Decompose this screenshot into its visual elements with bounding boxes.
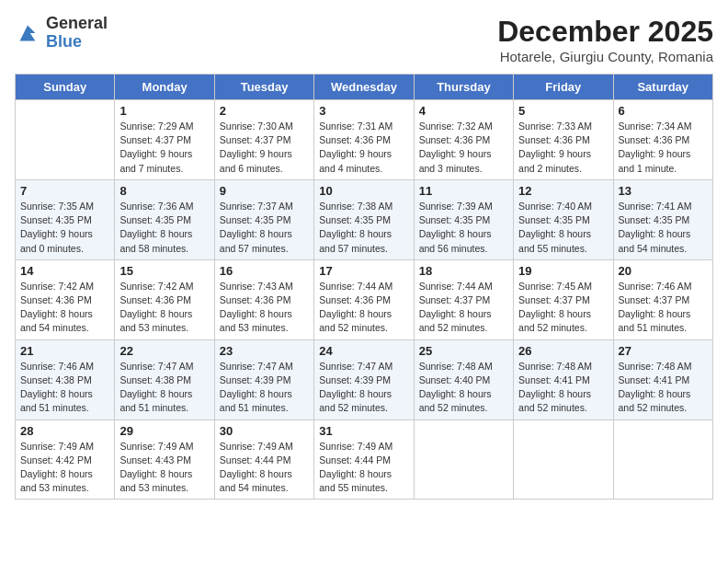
day-info: Sunrise: 7:40 AM Sunset: 4:35 PM Dayligh… [518, 200, 608, 256]
day-info: Sunrise: 7:42 AM Sunset: 4:36 PM Dayligh… [20, 280, 109, 336]
day-number: 4 [419, 104, 508, 118]
weekday-header: Tuesday [214, 75, 313, 100]
day-number: 22 [119, 344, 209, 358]
calendar-cell [613, 419, 712, 500]
calendar-cell: 31Sunrise: 7:49 AM Sunset: 4:44 PM Dayli… [314, 419, 414, 500]
day-number: 11 [419, 184, 508, 198]
day-info: Sunrise: 7:49 AM Sunset: 4:42 PM Dayligh… [20, 440, 109, 496]
day-info: Sunrise: 7:29 AM Sunset: 4:37 PM Dayligh… [119, 120, 209, 176]
calendar-row: 14Sunrise: 7:42 AM Sunset: 4:36 PM Dayli… [16, 259, 713, 339]
calendar-row: 28Sunrise: 7:49 AM Sunset: 4:42 PM Dayli… [16, 419, 713, 500]
weekday-header: Sunday [16, 75, 115, 100]
calendar-cell: 7Sunrise: 7:35 AM Sunset: 4:35 PM Daylig… [16, 179, 115, 259]
calendar-cell: 27Sunrise: 7:48 AM Sunset: 4:41 PM Dayli… [613, 339, 712, 419]
day-number: 21 [20, 344, 109, 358]
day-number: 15 [119, 264, 209, 278]
day-info: Sunrise: 7:32 AM Sunset: 4:36 PM Dayligh… [419, 120, 508, 176]
day-info: Sunrise: 7:47 AM Sunset: 4:38 PM Dayligh… [119, 360, 209, 416]
day-number: 8 [119, 184, 209, 198]
day-info: Sunrise: 7:48 AM Sunset: 4:40 PM Dayligh… [419, 360, 508, 416]
day-info: Sunrise: 7:47 AM Sunset: 4:39 PM Dayligh… [319, 360, 408, 416]
calendar-row: 21Sunrise: 7:46 AM Sunset: 4:38 PM Dayli… [16, 339, 713, 419]
day-info: Sunrise: 7:39 AM Sunset: 4:35 PM Dayligh… [419, 200, 508, 256]
day-info: Sunrise: 7:49 AM Sunset: 4:44 PM Dayligh… [220, 440, 309, 496]
calendar-cell: 19Sunrise: 7:45 AM Sunset: 4:37 PM Dayli… [514, 259, 613, 339]
calendar-cell: 15Sunrise: 7:42 AM Sunset: 4:36 PM Dayli… [115, 259, 214, 339]
weekday-header: Monday [115, 75, 214, 100]
day-number: 14 [20, 264, 109, 278]
logo-icon [15, 20, 40, 46]
weekday-header: Wednesday [314, 75, 414, 100]
day-info: Sunrise: 7:48 AM Sunset: 4:41 PM Dayligh… [518, 360, 608, 416]
day-info: Sunrise: 7:44 AM Sunset: 4:37 PM Dayligh… [419, 280, 508, 336]
day-info: Sunrise: 7:42 AM Sunset: 4:36 PM Dayligh… [119, 280, 209, 336]
day-info: Sunrise: 7:43 AM Sunset: 4:36 PM Dayligh… [220, 280, 309, 336]
day-number: 18 [419, 264, 508, 278]
page-header: General Blue December 2025 Hotarele, Giu… [15, 15, 713, 64]
day-info: Sunrise: 7:47 AM Sunset: 4:39 PM Dayligh… [220, 360, 309, 416]
calendar-cell [16, 100, 115, 180]
day-number: 29 [119, 424, 209, 438]
day-info: Sunrise: 7:46 AM Sunset: 4:37 PM Dayligh… [619, 280, 708, 336]
calendar-cell: 21Sunrise: 7:46 AM Sunset: 4:38 PM Dayli… [16, 339, 115, 419]
day-info: Sunrise: 7:30 AM Sunset: 4:37 PM Dayligh… [220, 120, 309, 176]
day-number: 30 [220, 424, 309, 438]
calendar-cell: 29Sunrise: 7:49 AM Sunset: 4:43 PM Dayli… [115, 419, 214, 500]
day-number: 20 [619, 264, 708, 278]
day-number: 31 [319, 424, 408, 438]
title-block: December 2025 Hotarele, Giurgiu County, … [497, 15, 713, 64]
day-number: 9 [220, 184, 309, 198]
weekday-header: Saturday [613, 75, 712, 100]
weekday-header: Friday [514, 75, 613, 100]
calendar-cell: 22Sunrise: 7:47 AM Sunset: 4:38 PM Dayli… [115, 339, 214, 419]
day-info: Sunrise: 7:33 AM Sunset: 4:36 PM Dayligh… [518, 120, 608, 176]
day-number: 7 [20, 184, 109, 198]
calendar-cell: 3Sunrise: 7:31 AM Sunset: 4:36 PM Daylig… [314, 100, 414, 180]
calendar-cell: 24Sunrise: 7:47 AM Sunset: 4:39 PM Dayli… [314, 339, 414, 419]
day-info: Sunrise: 7:41 AM Sunset: 4:35 PM Dayligh… [619, 200, 708, 256]
weekday-header-row: SundayMondayTuesdayWednesdayThursdayFrid… [16, 75, 713, 100]
calendar-cell: 13Sunrise: 7:41 AM Sunset: 4:35 PM Dayli… [613, 179, 712, 259]
calendar-cell: 18Sunrise: 7:44 AM Sunset: 4:37 PM Dayli… [414, 259, 513, 339]
calendar-cell: 1Sunrise: 7:29 AM Sunset: 4:37 PM Daylig… [115, 100, 214, 180]
calendar-cell: 30Sunrise: 7:49 AM Sunset: 4:44 PM Dayli… [214, 419, 313, 500]
day-number: 1 [119, 104, 209, 118]
svg-marker-0 [20, 25, 36, 40]
day-number: 24 [319, 344, 408, 358]
logo-text: General Blue [46, 15, 108, 52]
calendar-cell: 23Sunrise: 7:47 AM Sunset: 4:39 PM Dayli… [214, 339, 313, 419]
calendar-row: 1Sunrise: 7:29 AM Sunset: 4:37 PM Daylig… [16, 100, 713, 180]
calendar-cell: 14Sunrise: 7:42 AM Sunset: 4:36 PM Dayli… [16, 259, 115, 339]
calendar-cell [514, 419, 613, 500]
calendar-cell: 17Sunrise: 7:44 AM Sunset: 4:36 PM Dayli… [314, 259, 414, 339]
calendar-row: 7Sunrise: 7:35 AM Sunset: 4:35 PM Daylig… [16, 179, 713, 259]
day-number: 26 [518, 344, 608, 358]
day-number: 12 [518, 184, 608, 198]
calendar-cell: 9Sunrise: 7:37 AM Sunset: 4:35 PM Daylig… [214, 179, 313, 259]
calendar-cell: 8Sunrise: 7:36 AM Sunset: 4:35 PM Daylig… [115, 179, 214, 259]
day-number: 23 [220, 344, 309, 358]
day-number: 16 [220, 264, 309, 278]
day-info: Sunrise: 7:31 AM Sunset: 4:36 PM Dayligh… [319, 120, 408, 176]
calendar-cell: 10Sunrise: 7:38 AM Sunset: 4:35 PM Dayli… [314, 179, 414, 259]
logo: General Blue [15, 15, 108, 52]
day-info: Sunrise: 7:35 AM Sunset: 4:35 PM Dayligh… [20, 200, 109, 256]
day-number: 19 [518, 264, 608, 278]
day-info: Sunrise: 7:44 AM Sunset: 4:36 PM Dayligh… [319, 280, 408, 336]
day-number: 5 [518, 104, 608, 118]
day-info: Sunrise: 7:49 AM Sunset: 4:44 PM Dayligh… [319, 440, 408, 496]
month-title: December 2025 [497, 15, 713, 49]
day-number: 3 [319, 104, 408, 118]
day-number: 2 [220, 104, 309, 118]
day-info: Sunrise: 7:49 AM Sunset: 4:43 PM Dayligh… [119, 440, 209, 496]
location-subtitle: Hotarele, Giurgiu County, Romania [497, 49, 713, 64]
day-info: Sunrise: 7:46 AM Sunset: 4:38 PM Dayligh… [20, 360, 109, 416]
day-number: 13 [619, 184, 708, 198]
calendar-cell: 26Sunrise: 7:48 AM Sunset: 4:41 PM Dayli… [514, 339, 613, 419]
calendar-cell: 28Sunrise: 7:49 AM Sunset: 4:42 PM Dayli… [16, 419, 115, 500]
calendar-cell: 11Sunrise: 7:39 AM Sunset: 4:35 PM Dayli… [414, 179, 513, 259]
day-number: 10 [319, 184, 408, 198]
day-number: 6 [619, 104, 708, 118]
weekday-header: Thursday [414, 75, 513, 100]
day-number: 28 [20, 424, 109, 438]
